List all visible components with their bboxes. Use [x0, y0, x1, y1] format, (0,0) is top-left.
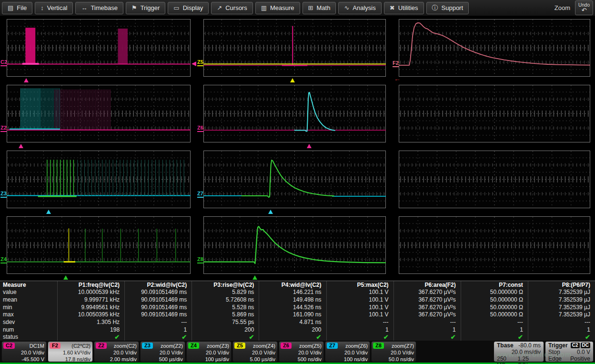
panel-z5[interactable]: Z5 — [203, 19, 386, 77]
analysis-chart-icon: ∿ — [344, 4, 349, 11]
descriptor-source: zoom(C2) — [114, 343, 137, 349]
menu-button-timebase[interactable]: ↔Timebase — [75, 2, 123, 14]
panel-f2[interactable]: F2← — [399, 19, 590, 77]
panel-z2[interactable]: Z2 — [7, 85, 191, 142]
trigger-position-marker[interactable] — [268, 210, 273, 214]
descriptor-scale: 20.0 V/div — [188, 349, 229, 356]
menu-button-label: Display — [183, 4, 203, 11]
measure-col-header-p5[interactable]: P5:max(C2) — [327, 281, 393, 289]
measure-value: 100.1 V — [327, 311, 393, 319]
utilities-tools-icon: ✖ — [390, 4, 395, 11]
descriptor-z8[interactable]: Z8zoom(Z7)20.0 V/div50.0 ns/div — [371, 341, 416, 362]
menu-button-utilities[interactable]: ✖Utilities — [384, 2, 424, 14]
measure-value: 100.1 V — [327, 296, 393, 303]
measure-col-header-p1[interactable]: P1:freq@lv(C2) — [58, 281, 124, 289]
measure-value: 90.091051469 ms — [125, 311, 192, 319]
descriptor-z2[interactable]: Z2zoom(C2)20.0 V/div2.00 ms/div — [94, 341, 139, 362]
channel-label-z8[interactable]: Z8 — [197, 257, 203, 263]
measure-col-header-p4[interactable]: P4:wid@lv(C2) — [259, 281, 326, 289]
panel-z7[interactable]: Z7 — [203, 151, 386, 208]
descriptor-z6[interactable]: Z6zoom(Z5)20.0 V/div500 ns/div — [279, 341, 324, 362]
measure-col-header-p3[interactable]: P3:rise@lv(C2) — [192, 281, 259, 289]
trigger-position-marker[interactable] — [252, 275, 257, 280]
descriptor-scale: 20.0 V/div — [327, 349, 368, 356]
menu-button-vertical[interactable]: ↕Vertical — [35, 2, 73, 14]
channel-descriptors: C2DC1M20.0 V/div-45.500 VF2(C2*C2)1.60 k… — [1, 341, 416, 362]
measure-value: 50.000000 Ω — [461, 289, 528, 296]
measure-column-p1: P1:freq@lv(C2)10.0000539 kHz9.999771 kHz… — [57, 281, 124, 341]
measure-value: 50.000000 Ω — [461, 311, 528, 319]
menu-button-support[interactable]: ⓘSupport — [426, 2, 469, 14]
menu-button-label: Cursors — [225, 4, 247, 11]
menu-button-analysis[interactable]: ∿Analysis — [338, 2, 381, 14]
measure-row-labels: Measurevaluemeanminmaxsdevnumstatus — [0, 281, 57, 341]
measure-column-p8: P8:(P6/P7)7.352539 µJ7.352539 µJ7.352539… — [528, 281, 595, 341]
channel-label-z7[interactable]: Z7 — [197, 191, 203, 198]
measure-status-ok-icon: ✔ — [125, 333, 192, 341]
menu-button-cursors[interactable]: ↗Cursors — [211, 2, 252, 14]
trigger-position-marker[interactable] — [46, 210, 51, 214]
measure-status-ok-icon: ✔ — [327, 333, 393, 341]
measure-col-header-p7[interactable]: P7:const — [461, 281, 528, 289]
undo-icon: ↶ — [582, 8, 587, 13]
measure-column-p6: P6:area(F2)367.6270 µV²s367.6270 µV²s367… — [393, 281, 461, 341]
measure-col-header-p2[interactable]: P2:wid@lv(C2) — [125, 281, 192, 289]
grid-panel-empty[interactable] — [399, 85, 590, 142]
timebase-rate: 1.25 GS/s — [518, 355, 541, 364]
graticule — [7, 216, 191, 274]
panel-z6[interactable]: Z6 — [203, 85, 386, 142]
descriptor-z5[interactable]: Z5zoom(Z4)20.0 V/div5.00 µs/div — [232, 341, 278, 362]
channel-label-z2[interactable]: Z2 — [0, 125, 7, 132]
graticule — [203, 19, 386, 77]
channel-label-z5[interactable]: Z5 — [197, 60, 203, 66]
measure-value: 100.1 V — [327, 303, 393, 311]
menu-button-label: Timebase — [91, 4, 118, 11]
trigger-position-marker[interactable] — [307, 144, 312, 148]
trigger-position-marker[interactable] — [24, 78, 29, 82]
descriptor-f2[interactable]: F2(C2*C2)1.60 kV²/div17.8 ns/div — [48, 341, 93, 362]
panel-c2[interactable]: C2 — [7, 19, 191, 77]
menu-button-file[interactable]: ▤File — [2, 2, 32, 14]
panel-z4[interactable]: Z4 — [7, 216, 191, 274]
descriptor-c2[interactable]: C2DC1M20.0 V/div-45.500 V — [1, 341, 47, 362]
channel-label-c2[interactable]: C2 — [0, 60, 7, 66]
descriptor-z7[interactable]: Z7zoom(Z6)20.0 V/div100 ns/div — [325, 341, 370, 362]
panel-z8[interactable]: Z8 — [203, 216, 386, 274]
measure-value: 10.0000539 kHz — [58, 289, 124, 296]
trigger-position-marker[interactable] — [19, 144, 23, 148]
graticule — [7, 19, 191, 77]
trigger-coupling-badge: DC — [581, 343, 590, 348]
measure-status-ok-icon: ✔ — [192, 333, 259, 341]
trigger-position-marker[interactable] — [63, 275, 68, 280]
descriptor-z3[interactable]: Z3zoom(Z2)20.0 V/div500 µs/div — [140, 341, 185, 362]
measure-column-p4: P4:wid@lv(C2)146.221 ns149.498 ns144.526… — [259, 281, 326, 341]
menu-button-math[interactable]: ⊞Math — [303, 2, 336, 14]
descriptor-scale: 1.60 kV²/div — [50, 349, 91, 356]
timebase-summary[interactable]: Tbase -80.0 ms 20.0 ms/div 250 MS 1.25 G… — [494, 341, 544, 362]
measure-col-header-p8[interactable]: P8:(P6/P7) — [528, 281, 595, 289]
grid-panel-empty[interactable] — [399, 216, 590, 274]
menu-button-display[interactable]: ▭Display — [168, 2, 209, 14]
measure-col-header-p6[interactable]: P6:area(F2) — [394, 281, 461, 289]
panel-z3[interactable]: Z3 — [7, 151, 191, 208]
trigger-level-arrow[interactable] — [192, 61, 196, 66]
trigger-position-marker[interactable] — [290, 78, 295, 82]
menu-button-trigger[interactable]: ⚑Trigger — [126, 2, 165, 14]
measure-row-label: max — [0, 311, 57, 319]
trigger-level: 0.0 V — [577, 349, 590, 355]
trigger-summary[interactable]: Trigger C2 DC Stop 0.0 V Edge Positive — [545, 341, 594, 362]
channel-badge-z6: Z6 — [281, 343, 292, 349]
channel-label-z4[interactable]: Z4 — [0, 257, 7, 263]
channel-label-z6[interactable]: Z6 — [197, 125, 203, 132]
descriptor-z4[interactable]: Z4zoom(Z3)20.0 V/div100 µs/div — [186, 341, 232, 362]
undo-button[interactable]: Undo ↶ — [575, 0, 593, 15]
measure-value: 100.1 V — [327, 289, 393, 296]
channel-label-f2[interactable]: F2 — [393, 61, 399, 67]
timebase-title: Tbase — [497, 342, 514, 349]
descriptor-source: zoom(Z3) — [207, 343, 229, 349]
measure-value: 200 — [192, 326, 259, 334]
menu-button-measure[interactable]: ▥Measure — [255, 2, 300, 14]
channel-label-z3[interactable]: Z3 — [0, 191, 7, 198]
grid-panel-empty[interactable] — [399, 151, 590, 208]
measure-value: --- — [528, 318, 595, 326]
